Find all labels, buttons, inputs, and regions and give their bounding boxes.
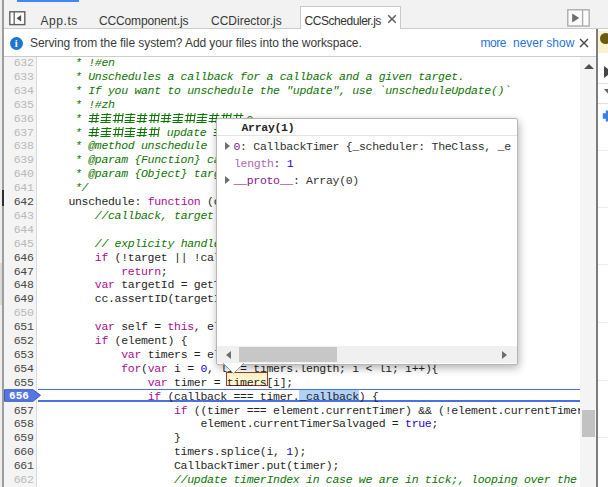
svg-text:656: 656	[9, 390, 29, 402]
